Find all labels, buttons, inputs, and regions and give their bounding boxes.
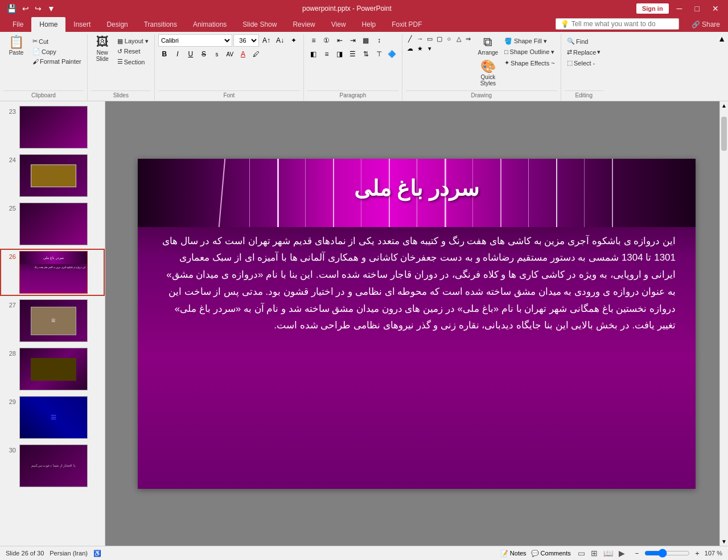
justify-btn[interactable]: ☰ — [347, 48, 359, 60]
tab-file[interactable]: File — [5, 17, 31, 32]
slide-item-30[interactable]: 30 با افتخار از شما دعوت می‌کنیم — [0, 442, 105, 489]
scroll-up-btn[interactable]: ▲ — [720, 101, 728, 110]
shape-line[interactable]: ╱ — [406, 34, 415, 43]
slide-item-27[interactable]: 27 🏛 — [0, 297, 105, 344]
shadow-button[interactable]: s — [211, 48, 223, 60]
share-button[interactable]: 🔗 Share — [684, 17, 728, 32]
normal-view-btn[interactable]: ▭ — [575, 547, 587, 559]
customize-quick-btn[interactable]: ▼ — [45, 3, 57, 14]
comments-button[interactable]: 💬 Comments — [531, 550, 571, 557]
reset-button[interactable]: ↺ Reset — [115, 47, 151, 56]
close-button[interactable]: ✕ — [708, 0, 723, 17]
zoom-in-btn[interactable]: ＋ — [692, 549, 702, 558]
tell-me-bar[interactable]: 💡 — [556, 18, 679, 30]
slide-item-24[interactable]: 24 — [0, 152, 105, 199]
shape-fill-button[interactable]: 🪣 Shape Fill ▾ — [502, 36, 557, 46]
sign-in-button[interactable]: Sign in — [636, 3, 669, 14]
tell-me-input[interactable] — [571, 20, 674, 28]
tab-insert[interactable]: Insert — [65, 17, 98, 32]
increase-font-btn[interactable]: A↑ — [260, 34, 273, 47]
shape-rounded[interactable]: ▢ — [435, 34, 444, 43]
find-button[interactable]: 🔍 Find — [565, 36, 590, 46]
text-direction-btn[interactable]: ⇅ — [360, 48, 372, 60]
text-align-btn[interactable]: ⊤ — [373, 48, 385, 60]
clear-format-btn[interactable]: ✦ — [287, 34, 300, 47]
bullets-button[interactable]: ≡ — [307, 34, 320, 47]
tab-slideshow[interactable]: Slide Show — [235, 17, 285, 32]
save-quick-btn[interactable]: 💾 — [5, 3, 19, 14]
font-name-select[interactable]: Calibri — [158, 34, 232, 47]
layout-button[interactable]: ▦ Layout ▾ — [115, 36, 151, 46]
slide-sorter-btn[interactable]: ⊞ — [589, 547, 600, 559]
notes-button[interactable]: 📝 Notes — [500, 550, 527, 557]
decrease-indent-btn[interactable]: ⇤ — [334, 34, 346, 47]
font-color-button[interactable]: A — [237, 48, 249, 60]
accessibility-btn[interactable]: ♿ — [93, 550, 101, 557]
underline-button[interactable]: U — [184, 48, 197, 60]
replace-button[interactable]: ⇄ Replace ▾ — [565, 47, 603, 57]
shape-outline-button[interactable]: □ Shape Outline ▾ — [502, 47, 557, 57]
tab-view[interactable]: View — [323, 17, 354, 32]
section-button[interactable]: ☰ Section — [115, 57, 151, 67]
tab-animations[interactable]: Animations — [185, 17, 235, 32]
tab-review[interactable]: Review — [285, 17, 323, 32]
smartart-btn[interactable]: 🔷 — [386, 48, 398, 60]
slide-item-28[interactable]: 28 — [0, 345, 105, 393]
increase-indent-btn[interactable]: ⇥ — [347, 34, 359, 47]
bold-button[interactable]: B — [158, 48, 171, 60]
tab-foxit[interactable]: Foxit PDF — [384, 17, 430, 32]
tab-design[interactable]: Design — [98, 17, 135, 32]
redo-quick-btn[interactable]: ↪ — [32, 3, 44, 14]
undo-quick-btn[interactable]: ↩ — [20, 3, 31, 14]
slideshow-btn[interactable]: ▶ — [616, 547, 627, 559]
char-spacing-button[interactable]: AV — [224, 48, 236, 60]
shape-cloud[interactable]: ☁ — [406, 44, 415, 53]
align-center-btn[interactable]: ≡ — [320, 48, 333, 60]
restore-button[interactable]: □ — [690, 0, 704, 17]
copy-button[interactable]: 📄 Copy — [30, 47, 84, 56]
shape-arrow[interactable]: → — [416, 34, 425, 43]
font-size-select[interactable]: 36 — [233, 34, 259, 47]
text-highlight-button[interactable]: 🖊 — [250, 48, 262, 60]
cut-button[interactable]: ✂ Cut — [30, 36, 84, 46]
zoom-out-btn[interactable]: － — [632, 549, 642, 558]
slide-item-23[interactable]: 23 — [0, 104, 105, 151]
align-left-btn[interactable]: ◧ — [307, 48, 320, 60]
vertical-scrollbar[interactable]: ▲ ▼ — [719, 101, 728, 546]
tab-transitions[interactable]: Transitions — [136, 17, 185, 32]
scroll-down-btn[interactable]: ▼ — [720, 537, 728, 546]
quick-styles-button[interactable]: 🎨 QuickStyles — [475, 59, 501, 88]
shape-effects-button[interactable]: ✦ Shape Effects ~ — [502, 58, 557, 68]
slide-item-25[interactable]: 25 — [0, 200, 105, 248]
shape-triangle[interactable]: △ — [454, 34, 463, 43]
align-right-btn[interactable]: ◨ — [334, 48, 346, 60]
tab-help[interactable]: Help — [354, 17, 384, 32]
numbering-button[interactable]: ① — [320, 34, 333, 47]
paste-button[interactable]: 📋 Paste — [3, 34, 29, 57]
arrange-button[interactable]: ⧉ Arrange — [475, 34, 501, 57]
shape-more[interactable]: ▾ — [425, 44, 434, 53]
slide-item-29[interactable]: 29 ≡ — [0, 394, 105, 441]
format-painter-button[interactable]: 🖌 Format Painter — [30, 57, 84, 66]
collapse-ribbon-btn[interactable]: ▲ — [718, 34, 726, 43]
quick-styles-icon: 🎨 — [480, 60, 496, 73]
select-button[interactable]: ⬚ Select - — [565, 58, 597, 68]
shape-rtarrow[interactable]: ⇒ — [464, 34, 473, 43]
line-spacing-btn[interactable]: ↕ — [373, 34, 385, 47]
new-slide-button[interactable]: 🖼 NewSlide — [91, 34, 114, 64]
minimize-button[interactable]: ─ — [672, 0, 687, 17]
scrollbar-thumb[interactable] — [721, 117, 727, 151]
tab-home[interactable]: Home — [31, 17, 65, 32]
shape-star[interactable]: ★ — [416, 44, 425, 53]
slide-item-26[interactable]: 26 سردر باغ ملی این دروازه ی باشکوه آجری… — [0, 249, 105, 296]
zoom-slider-input[interactable] — [644, 549, 690, 558]
decrease-font-btn[interactable]: A↓ — [274, 34, 286, 47]
shape-oval[interactable]: ○ — [445, 34, 454, 43]
slide-body-container[interactable]: این دروازه ی باشکوه آجری مزین به کاشی ها… — [152, 227, 681, 480]
slide-title-container[interactable]: سردر باغ ملی — [138, 176, 696, 201]
columns-button[interactable]: ▦ — [360, 34, 372, 47]
strikethrough-button[interactable]: S — [198, 48, 210, 60]
shape-rect[interactable]: ▭ — [425, 34, 434, 43]
italic-button[interactable]: I — [171, 48, 184, 60]
reading-view-btn[interactable]: 📖 — [601, 547, 615, 559]
